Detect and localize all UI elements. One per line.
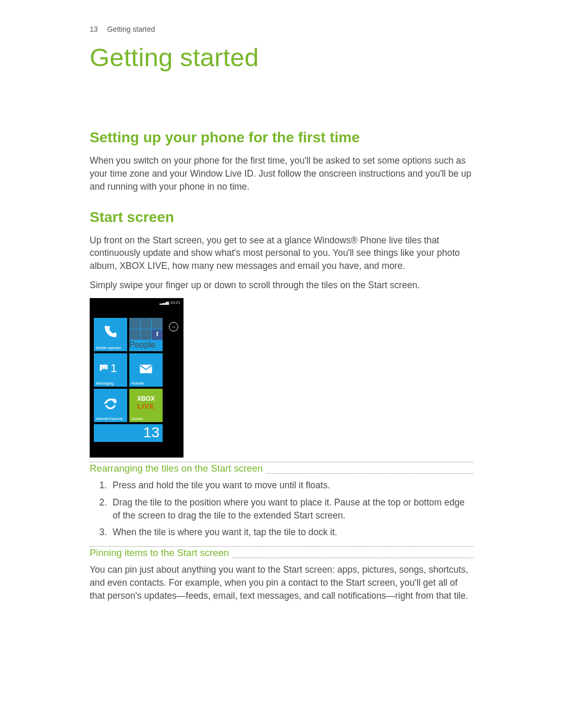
tile-messaging: 1 Messaging	[94, 353, 127, 387]
ie-icon	[103, 396, 118, 412]
tile-phone: Mobile operator	[94, 318, 127, 351]
section-heading-setup: Setting up your phone for the first time	[90, 129, 473, 146]
dotted-rule-top	[90, 546, 473, 547]
subheading-pinning: Pinning items to the Start screen	[90, 547, 232, 559]
signal-icon: ▂▃▅	[160, 300, 169, 305]
facebook-icon: f	[152, 329, 163, 340]
messaging-count: 1	[111, 362, 117, 375]
running-header: 13 Getting started	[90, 25, 473, 33]
subheading-rearranging: Rearranging the tiles on the Start scree…	[90, 463, 266, 474]
mail-icon	[139, 362, 153, 376]
start-screen-body-2: Simply swipe your finger up or down to s…	[90, 279, 473, 292]
tile-grid: Mobile operator f People 1 Messaging	[94, 318, 167, 444]
tile-hotmail: Hotmail	[129, 353, 163, 387]
chapter-title: Getting started	[90, 43, 473, 72]
phone-icon	[102, 324, 118, 340]
phone-frame: ▂▃▅ 10:21 → Mobile operator f People	[90, 298, 183, 458]
subsection-pinning: Pinning items to the Start screen	[90, 546, 473, 558]
tile-people-label: People	[129, 340, 155, 349]
apps-arrow-icon: →	[169, 322, 178, 331]
tile-games-label: Games	[131, 417, 143, 421]
step-item: When the tile is where you want it, tap …	[109, 526, 473, 539]
svg-rect-3	[105, 403, 116, 405]
step-item: Drag the tile to the position where you …	[109, 496, 473, 522]
start-screen-body-1: Up front on the Start screen, you get to…	[90, 234, 473, 273]
status-bar: ▂▃▅ 10:21	[160, 300, 180, 305]
section-heading-start-screen: Start screen	[90, 209, 473, 226]
step-item: Press and hold the tile you want to move…	[109, 479, 473, 492]
messaging-icon	[98, 363, 109, 374]
subsection-rearranging: Rearranging the tiles on the Start scree…	[90, 462, 473, 474]
status-time: 10:21	[170, 300, 180, 305]
calendar-day-number: 13	[143, 424, 160, 441]
phone-screenshot: ▂▃▅ 10:21 → Mobile operator f People	[90, 298, 473, 458]
xbox-text-top: XBOX	[129, 395, 163, 402]
xbox-text-bottom: LIVE	[129, 402, 163, 410]
svg-point-0	[102, 366, 103, 367]
tile-people: f People	[129, 318, 163, 351]
pinning-body: You can pin just about anything you want…	[90, 563, 473, 602]
rearranging-steps: Press and hold the tile you want to move…	[109, 479, 473, 539]
tile-hotmail-label: Hotmail	[131, 381, 144, 385]
running-title: Getting started	[107, 25, 155, 33]
svg-point-1	[105, 366, 106, 367]
tile-internet-explorer: Internet Explorer	[94, 389, 127, 422]
document-page: 13 Getting started Getting started Setti…	[0, 0, 563, 602]
tile-ie-label: Internet Explorer	[96, 417, 123, 421]
tile-messaging-label: Messaging	[96, 381, 114, 385]
page-number: 13	[90, 25, 98, 33]
dotted-rule-top	[90, 462, 473, 462]
tile-calendar: 13	[94, 424, 163, 442]
tile-xbox: XBOX LIVE Games	[129, 389, 163, 422]
setup-body: When you switch on your phone for the fi…	[90, 154, 473, 193]
tile-phone-label: Mobile operator	[96, 346, 121, 350]
